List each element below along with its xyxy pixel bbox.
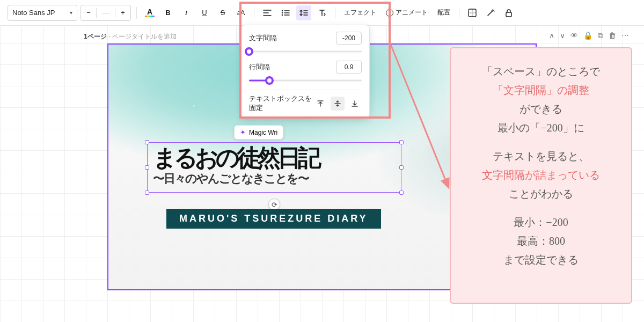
text-case-button[interactable]: aA xyxy=(233,5,248,20)
transparency-button[interactable] xyxy=(465,5,480,20)
transparency-icon xyxy=(468,9,477,17)
title-text[interactable]: まるおの徒然日記 xyxy=(153,146,396,170)
list-button[interactable] xyxy=(278,5,293,20)
line-spacing-input[interactable]: 0.9 xyxy=(336,61,362,74)
spacing-button[interactable] xyxy=(296,5,311,20)
vertical-text-icon xyxy=(318,9,326,17)
animate-icon xyxy=(386,9,393,17)
page-lock-button[interactable]: 🔒 xyxy=(583,31,592,40)
lock-button[interactable] xyxy=(501,5,516,20)
page-down-button[interactable]: ∨ xyxy=(560,31,565,40)
font-family-name: Noto Sans JP xyxy=(12,9,55,17)
tutorial-annotation-card: 「スペース」のところで 「文字間隔」の調整 ができる 最小の「−200」に テキ… xyxy=(450,47,632,304)
text-color-a-icon: A xyxy=(147,8,152,16)
align-button[interactable] xyxy=(260,5,275,20)
bold-button[interactable]: B xyxy=(160,5,175,20)
subtitle-text[interactable]: 〜日々のやんごとなきことを〜 xyxy=(153,171,396,187)
page-visibility-button[interactable]: 👁 xyxy=(570,31,578,40)
slider-thumb-icon[interactable] xyxy=(245,47,253,56)
anchor-middle-button[interactable] xyxy=(331,97,345,111)
lock-icon xyxy=(505,9,513,17)
page-delete-button[interactable]: 🗑 xyxy=(609,31,616,40)
position-button[interactable]: 配置 xyxy=(434,5,453,20)
copystyle-button[interactable] xyxy=(483,5,498,20)
sparkle-icon: ✦ xyxy=(240,128,246,136)
anchor-label: テキストボックスを固定 xyxy=(249,94,313,113)
text-color-button[interactable]: A xyxy=(142,5,157,20)
font-size-value[interactable]: — xyxy=(97,5,115,20)
anchor-top-button[interactable] xyxy=(313,97,327,111)
letter-spacing-label: 文字間隔 xyxy=(249,34,277,43)
svg-point-2 xyxy=(282,14,283,16)
font-size-plus-button[interactable]: + xyxy=(115,5,130,20)
strikethrough-button[interactable]: S xyxy=(215,5,230,20)
bullet-list-icon xyxy=(281,9,290,17)
slider-thumb-icon[interactable] xyxy=(265,76,274,85)
font-size-stepper[interactable]: − — + xyxy=(80,5,131,21)
page-up-button[interactable]: ∧ xyxy=(549,31,554,40)
svg-rect-4 xyxy=(506,12,511,17)
resize-handle[interactable] xyxy=(399,165,404,170)
letter-spacing-slider[interactable] xyxy=(249,48,362,55)
page-mini-toolbar: ∧ ∨ 👁 🔒 ⧉ 🗑 ⋯ xyxy=(549,31,629,40)
line-spacing-slider[interactable] xyxy=(249,77,362,84)
vertical-text-button[interactable] xyxy=(314,5,330,20)
anchor-middle-icon xyxy=(334,100,341,107)
font-family-select[interactable]: Noto Sans JP ▾ xyxy=(8,5,77,21)
resize-handle[interactable] xyxy=(145,140,149,144)
line-spacing-label: 行間隔 xyxy=(249,63,270,72)
resize-handle[interactable] xyxy=(145,165,149,170)
svg-point-0 xyxy=(282,10,283,11)
english-banner[interactable]: MARUO'S TSUREZURE DIARY xyxy=(166,209,381,229)
anchor-bottom-icon xyxy=(351,100,358,107)
effects-button[interactable]: エフェクト xyxy=(341,5,379,20)
spacing-popover: 文字間隔 -200 行間隔 0.9 テキストボックスを固定 xyxy=(241,25,370,119)
resize-handle[interactable] xyxy=(145,191,149,195)
animate-button[interactable]: アニメート xyxy=(383,5,431,20)
letter-spacing-input[interactable]: -200 xyxy=(336,32,362,45)
chevron-down-icon: ▾ xyxy=(70,10,72,16)
underline-button[interactable]: U xyxy=(197,5,212,20)
svg-point-1 xyxy=(282,12,283,13)
text-toolbar: Noto Sans JP ▾ − — + A B I U S aA エフェクト … xyxy=(0,0,644,26)
text-color-swatch-icon xyxy=(145,16,155,17)
resize-handle[interactable] xyxy=(399,191,404,195)
italic-button[interactable]: I xyxy=(179,5,194,20)
magic-write-pill[interactable]: ✦ Magic Wri xyxy=(234,125,283,140)
magic-wand-icon xyxy=(486,9,495,17)
resize-handle[interactable] xyxy=(399,140,404,144)
font-size-minus-button[interactable]: − xyxy=(81,5,96,20)
anchor-top-icon xyxy=(317,100,324,107)
anchor-bottom-button[interactable] xyxy=(348,97,362,111)
selected-text-box[interactable]: ⟳ まるおの徒然日記 〜日々のやんごとなきことを〜 xyxy=(147,142,401,193)
page-more-button[interactable]: ⋯ xyxy=(621,31,629,40)
align-left-icon xyxy=(263,9,272,17)
page-duplicate-button[interactable]: ⧉ xyxy=(598,31,603,40)
line-spacing-icon xyxy=(299,9,308,17)
